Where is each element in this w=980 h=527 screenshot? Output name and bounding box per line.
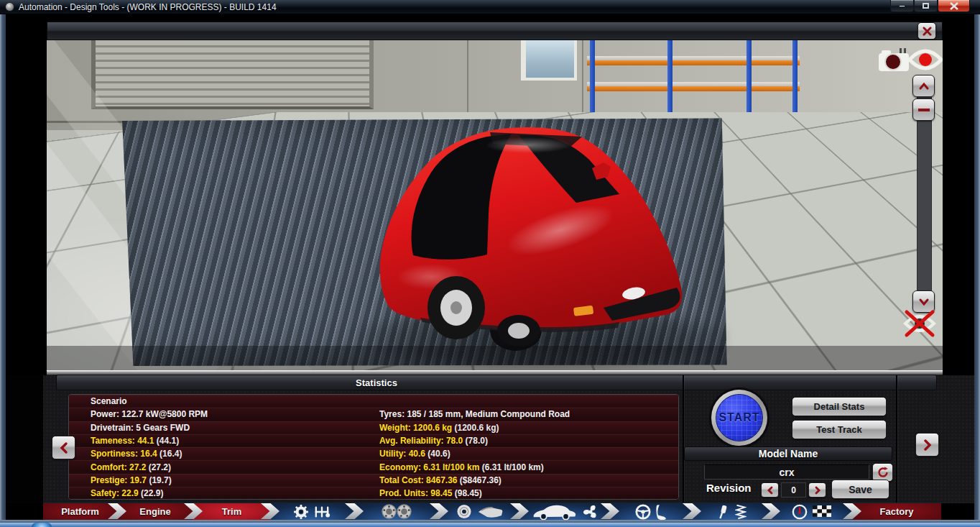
revision-value: 0 — [781, 482, 806, 498]
close-icon — [950, 2, 958, 10]
designer-tabbar: Platform Engine Trim — [43, 503, 941, 520]
stat-cell-left: Safety: 22.9 (22.9) — [69, 488, 379, 498]
stat-cell-left: Power: 122.7 kW@5800 RPM — [69, 409, 379, 419]
scroll-up-button[interactable] — [912, 75, 935, 97]
stat-cell-right: Economy: 6.31 lt/100 km (6.31 lt/100 km) — [379, 462, 678, 472]
stats-row: Sportiness: 16.4 (16.4)Utility: 40.6 (40… — [69, 447, 678, 460]
tyre-icon — [381, 504, 412, 519]
designer-topbar — [47, 22, 943, 40]
stats-row: Safety: 22.9 (22.9)Prod. Units: 98.45 (9… — [69, 487, 678, 500]
thumb-grip-icon — [917, 107, 930, 113]
detail-stats-button[interactable]: Detail Stats — [792, 397, 887, 416]
stats-row: Scenario — [69, 395, 678, 408]
stats-row: Prestige: 19.7 (19.7)Total Cost: 8467.36… — [69, 474, 678, 487]
camera-icon[interactable] — [878, 47, 910, 72]
stat-cell-left: Drivetrain: 5 Gears FWD — [69, 423, 379, 433]
refresh-icon — [877, 466, 889, 479]
prev-panel-button[interactable] — [52, 436, 75, 459]
tab-wheels[interactable] — [354, 503, 439, 520]
start-button-face: START — [716, 394, 763, 441]
stat-cell-right: Weight: 1200.6 kg (1200.6 kg) — [379, 423, 678, 433]
tab-platform[interactable]: Platform — [43, 503, 117, 520]
model-name-header: Model Name — [684, 446, 892, 461]
minimize-icon — [899, 5, 905, 7]
tab-drivetrain[interactable] — [270, 503, 354, 520]
next-panel-button[interactable] — [915, 433, 939, 457]
tab-trim[interactable]: Trim — [193, 503, 270, 520]
statistics-title: Statistics — [57, 377, 696, 388]
tab-interior[interactable] — [610, 503, 692, 520]
gear-icon — [294, 505, 308, 519]
chevron-left-icon — [58, 441, 70, 454]
close-x-icon — [923, 27, 932, 36]
3d-viewport[interactable] — [47, 40, 943, 370]
close-button[interactable] — [938, 0, 970, 12]
stat-cell-right: Total Cost: 8467.36 ($8467.36) — [379, 475, 678, 485]
save-button[interactable]: Save — [831, 480, 889, 499]
start-button[interactable]: START — [711, 390, 767, 446]
car-model[interactable] — [345, 93, 701, 352]
garage-roller-door — [91, 40, 374, 109]
tab-engine[interactable]: Engine — [117, 503, 193, 520]
maximize-button[interactable] — [914, 0, 938, 12]
start-orb-sliver[interactable] — [32, 523, 52, 527]
gauge-icon — [792, 504, 808, 520]
garage-window — [521, 40, 577, 81]
stat-cell-left: Tameness: 44.1 (44.1) — [69, 436, 379, 446]
stat-cell-right: Prod. Units: 98.45 (98.45) — [379, 488, 678, 498]
chevron-left-icon — [766, 485, 775, 495]
statistics-table: ScenarioPower: 122.7 kW@5800 RPMTyres: 1… — [68, 394, 679, 500]
tab-factory[interactable]: Factory — [852, 503, 941, 520]
stat-cell-left: Scenario — [69, 396, 379, 406]
stats-row: Comfort: 27.2 (27.2)Economy: 6.31 lt/100… — [69, 460, 678, 473]
spring-icon — [735, 504, 746, 520]
tab-testing[interactable] — [771, 503, 852, 520]
stat-cell-right: Tyres: 185 / 185 mm, Medium Compound Roa… — [379, 409, 678, 419]
stats-row: Drivetrain: 5 Gears FWDWeight: 1200.6 kg… — [69, 421, 678, 434]
minimize-button[interactable] — [890, 0, 914, 12]
scrollbar-thumb[interactable] — [912, 98, 935, 121]
stat-cell-left: Comfort: 27.2 (27.2) — [69, 462, 379, 472]
gear-shifter-icon — [313, 505, 330, 519]
stats-row: Power: 122.7 kW@5800 RPMTyres: 185 / 185… — [69, 408, 678, 421]
revision-increment-button[interactable] — [808, 482, 826, 498]
visibility-eye-icon[interactable] — [907, 46, 943, 73]
window-titlebar: Automation - Design Tools - (WORK IN PRO… — [0, 0, 980, 14]
viewport-close-button[interactable] — [917, 22, 936, 40]
stat-cell-left: Sportiness: 16.4 (16.4) — [69, 449, 379, 459]
tab-body-aero[interactable] — [519, 503, 610, 520]
app-icon — [5, 2, 14, 12]
model-name-input[interactable] — [704, 464, 869, 480]
panel-divider — [683, 375, 684, 503]
panel-divider — [896, 375, 897, 503]
taskbar-sliver — [0, 523, 980, 527]
stat-cell-right: Avg. Reliability: 78.0 (78.0) — [379, 436, 678, 446]
fan-icon — [583, 504, 598, 520]
panel-left-gutter — [6, 375, 43, 503]
chevron-right-icon — [922, 439, 933, 452]
window-border-left — [0, 14, 6, 523]
stat-cell-right: Utility: 40.6 (40.6) — [379, 449, 678, 459]
revision-label: Revision — [706, 482, 752, 494]
car-body-icon — [532, 504, 578, 520]
statistics-header: Statistics — [56, 375, 937, 390]
stat-cell-left: Prestige: 19.7 (19.7) — [69, 475, 379, 485]
brake-disc-icon — [456, 504, 472, 519]
tab-suspension[interactable] — [692, 503, 771, 520]
chevron-right-icon — [813, 485, 822, 495]
revision-decrement-button[interactable] — [761, 482, 779, 498]
checkered-flag-icon — [813, 505, 831, 518]
chevron-up-icon — [918, 81, 930, 91]
chevron-down-icon — [918, 297, 930, 307]
tab-brakes[interactable] — [439, 503, 519, 520]
steering-wheel-icon — [635, 504, 651, 520]
brake-pad-icon — [477, 505, 503, 518]
test-track-button[interactable]: Test Track — [792, 420, 887, 439]
hide-markers-eye-crossed-icon[interactable] — [902, 309, 937, 338]
screen: Automation - Design Tools - (WORK IN PRO… — [0, 0, 980, 527]
window-border-right — [974, 14, 980, 523]
viewport-bottom-fade — [47, 346, 943, 370]
window-title: Automation - Design Tools - (WORK IN PRO… — [19, 2, 277, 12]
shock-absorber-icon — [717, 504, 730, 520]
seat-icon — [656, 504, 667, 520]
